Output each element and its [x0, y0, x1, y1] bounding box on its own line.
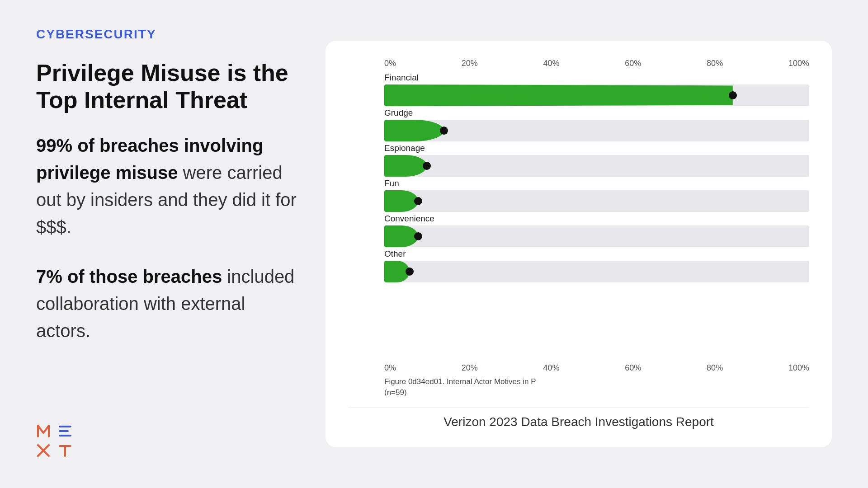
source-text: Verizon 2023 Data Breach Investigations … [348, 407, 809, 429]
chart-row-other: Other [348, 249, 809, 282]
bar-dot-4 [414, 232, 422, 240]
stat2-bold: 7% of those breaches [36, 267, 222, 286]
chart-row-financial: Financial [348, 73, 809, 106]
axis-60: 60% [625, 59, 641, 68]
row-label-5: Other [348, 249, 809, 259]
chart-row-convenience: Convenience [348, 214, 809, 247]
bar-track-0 [384, 84, 809, 106]
bar-track-5 [384, 261, 809, 282]
logo-t-icon [58, 443, 72, 461]
bar-container-2 [348, 155, 809, 177]
bar-track-3 [384, 190, 809, 212]
category-label: CYBERSECURITY [36, 27, 298, 42]
bar-dot-1 [440, 127, 448, 135]
logo [36, 410, 298, 461]
page-container: CYBERSECURITY Privilege Misuse is the To… [0, 0, 868, 488]
bar-track-4 [384, 225, 809, 247]
bar-fill-1 [384, 120, 444, 141]
bar-dot-0 [729, 91, 737, 99]
axis-40: 40% [543, 59, 560, 68]
bar-fill-4 [384, 225, 418, 247]
row-label-2: Espionage [348, 143, 809, 153]
bar-container-4 [348, 225, 809, 247]
axis-80: 80% [707, 59, 723, 68]
bar-container-3 [348, 190, 809, 212]
axis-labels-bottom: 0% 20% 40% 60% 80% 100% [348, 360, 809, 373]
bar-container-0 [348, 84, 809, 106]
bar-container-5 [348, 261, 809, 282]
axis-b-80: 80% [707, 363, 723, 373]
bar-dot-5 [406, 267, 414, 276]
bar-fill-3 [384, 190, 418, 212]
axis-labels-top: 0% 20% 40% 60% 80% 100% [348, 59, 809, 73]
bar-fill-2 [384, 155, 427, 177]
bar-container-1 [348, 120, 809, 141]
axis-b-0: 0% [384, 363, 396, 373]
bar-track-2 [384, 155, 809, 177]
figure-caption: Figure 0d34ed01. Internal Actor Motives … [348, 376, 809, 398]
row-label-1: Grudge [348, 108, 809, 118]
logo-e-icon [58, 424, 72, 441]
row-label-4: Convenience [348, 214, 809, 224]
axis-b-100: 100% [788, 363, 809, 373]
axis-0: 0% [384, 59, 396, 68]
axis-b-20: 20% [462, 363, 478, 373]
bar-dot-3 [414, 197, 422, 205]
chart-row-fun: Fun [348, 178, 809, 212]
logo-row-2 [36, 443, 298, 461]
right-panel: 0% 20% 40% 60% 80% 100% FinancialGrudgeE… [326, 41, 832, 447]
bar-dot-2 [423, 162, 431, 170]
row-label-3: Fun [348, 178, 809, 188]
axis-20: 20% [462, 59, 478, 68]
logo-row-1 [36, 424, 298, 441]
axis-b-40: 40% [543, 363, 560, 373]
bar-fill-0 [384, 84, 733, 106]
axis-100: 100% [788, 59, 809, 68]
left-panel: CYBERSECURITY Privilege Misuse is the To… [36, 18, 298, 470]
axis-b-60: 60% [625, 363, 641, 373]
stat1-text: 99% of breaches involving privilege misu… [36, 132, 298, 240]
chart-rows: FinancialGrudgeEspionageFunConvenienceOt… [348, 73, 809, 360]
headline: Privilege Misuse is the Top Internal Thr… [36, 60, 298, 114]
logo-x-icon [36, 443, 51, 461]
logo-n-icon [36, 424, 51, 441]
bar-track-1 [384, 120, 809, 141]
chart-area: 0% 20% 40% 60% 80% 100% FinancialGrudgeE… [348, 59, 809, 398]
chart-row-grudge: Grudge [348, 108, 809, 141]
stat2-text: 7% of those breaches included collaborat… [36, 263, 298, 344]
row-label-0: Financial [348, 73, 809, 83]
chart-row-espionage: Espionage [348, 143, 809, 177]
